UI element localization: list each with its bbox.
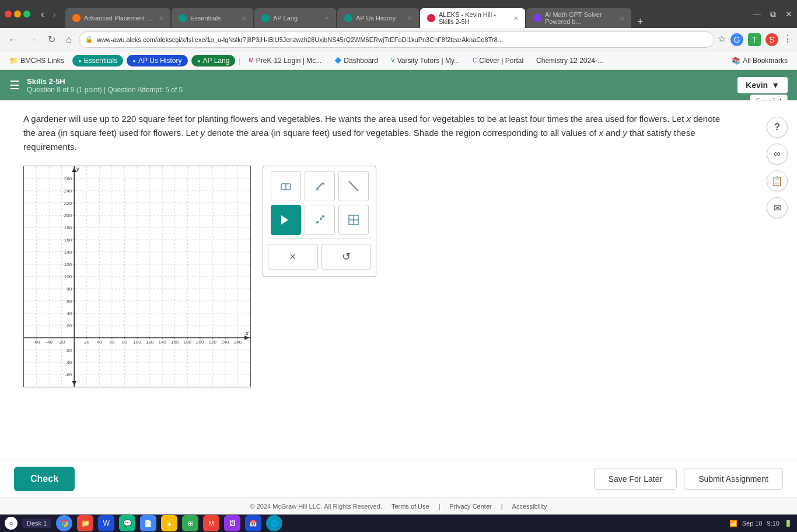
bookmark-chemistry[interactable]: Chemistry 12 2024-...: [532, 55, 608, 66]
tab4-close[interactable]: ✕: [407, 15, 412, 22]
bookmark-varsity[interactable]: V Varsity Tutors | My...: [386, 55, 464, 66]
tab4-favicon: [344, 14, 352, 22]
bookmark-ap-history[interactable]: ⬥ AP Us History: [127, 55, 187, 66]
chrome-extension1-icon[interactable]: G: [730, 33, 743, 46]
tab-essentiials[interactable]: Essentiials ✕: [172, 8, 253, 28]
mail-button[interactable]: ✉: [767, 197, 788, 218]
drive-taskbar-icon[interactable]: ▲: [161, 515, 177, 531]
bookmark-mcgraw[interactable]: M PreK-12 Login | Mc...: [244, 55, 326, 66]
home-button[interactable]: ⌂: [62, 32, 75, 47]
bookmark-ap-lang[interactable]: ⬥ AP Lang: [191, 55, 236, 66]
graph-canvas[interactable]: // Draw grid on canvas window.addEventLi…: [23, 166, 251, 387]
dashboard-favicon: 🔷: [334, 57, 341, 64]
calendar-taskbar-icon[interactable]: 📅: [245, 515, 261, 531]
line-tool-button[interactable]: [338, 171, 369, 201]
undo-icon: ↺: [342, 250, 351, 263]
hamburger-menu-button[interactable]: ☰: [9, 78, 20, 92]
tab1-label: Advanced Placement English L...: [84, 15, 155, 22]
save-later-button[interactable]: Save For Later: [594, 468, 677, 490]
tools-panel: × ↺: [263, 166, 376, 277]
eraser-tool-button[interactable]: [271, 171, 301, 201]
bookmark-bmchs[interactable]: 📁 BMCHS Links: [5, 55, 69, 66]
wifi-icon: 📶: [729, 520, 737, 527]
files-taskbar-icon[interactable]: 📁: [77, 515, 93, 531]
docs-taskbar-icon[interactable]: 📄: [140, 515, 156, 531]
tab3-close[interactable]: ✕: [324, 15, 329, 22]
more-options-button[interactable]: ⋮: [783, 33, 792, 46]
grid-tool-button[interactable]: [338, 205, 369, 235]
undo-tool-button[interactable]: ↺: [321, 244, 372, 270]
bookmark-mcgraw-label: PreK-12 Login | Mc...: [256, 57, 322, 65]
bookmark-chemistry-label: Chemistry 12 2024-...: [536, 57, 603, 65]
fill-tool-button[interactable]: [271, 205, 301, 235]
clever-favicon: C: [473, 57, 477, 64]
desk-label: Desk 1: [22, 519, 51, 528]
all-bookmarks-icon: 📚: [732, 57, 740, 65]
dots-tool-button[interactable]: [305, 205, 335, 235]
tab5-close[interactable]: ✕: [513, 15, 518, 22]
terms-link[interactable]: Terms of Use: [391, 503, 429, 510]
chat-taskbar-icon[interactable]: 💬: [119, 515, 135, 531]
question-info: Question 8 of 9 (1 point) | Question Att…: [27, 86, 183, 94]
tab2-label: Essentiials: [190, 15, 221, 22]
notes-button[interactable]: 📋: [767, 170, 788, 191]
reload-button[interactable]: ↻: [44, 32, 59, 47]
user-name-label: Kevin: [746, 80, 768, 90]
tab-aleks[interactable]: ALEKS - Kevin Hill - Skills 2-5H ✕: [420, 8, 525, 28]
forward-button[interactable]: →: [25, 32, 41, 47]
minimize-button[interactable]: —: [753, 9, 761, 19]
clear-icon: ×: [289, 251, 296, 263]
check-button[interactable]: Check: [14, 467, 75, 491]
chrome-taskbar-icon[interactable]: [56, 515, 72, 531]
close-window-button[interactable]: ✕: [785, 9, 792, 19]
tab6-close[interactable]: ✕: [620, 15, 624, 22]
bookmark-clever[interactable]: C Clever | Portal: [468, 55, 528, 66]
tab2-close[interactable]: ✕: [242, 15, 246, 22]
accessibility-link[interactable]: Accessibility: [512, 503, 547, 510]
url-bar[interactable]: 🔒 www-awu.aleks.com/alekscgi/x/lsl.exe/1…: [79, 32, 714, 48]
tab1-close[interactable]: ✕: [159, 15, 163, 22]
earth-taskbar-icon[interactable]: 🌐: [266, 515, 282, 531]
clear-tool-button[interactable]: ×: [268, 244, 318, 270]
chrome-extension2-icon[interactable]: T: [748, 33, 761, 46]
back-button[interactable]: ←: [5, 32, 21, 47]
bookmark-essentiials-label: Essentiials: [84, 57, 117, 65]
nav-forward-button[interactable]: ›: [49, 7, 60, 22]
copyright-bar: © 2024 McGraw Hill LLC. All Rights Reser…: [0, 497, 797, 514]
help-button[interactable]: ?: [767, 117, 788, 138]
submit-label: Submit Assignment: [698, 474, 768, 484]
pencil-tool-button[interactable]: [305, 171, 335, 201]
tab-ap-lang[interactable]: AP Lang ✕: [254, 8, 336, 28]
calculator-button[interactable]: ∞: [767, 144, 788, 164]
tab-advanced-placement[interactable]: Advanced Placement English L... ✕: [65, 8, 170, 28]
separator1: |: [439, 503, 441, 510]
chrome-extension3-icon[interactable]: S: [765, 33, 778, 46]
user-menu-button[interactable]: Kevin ▼: [737, 77, 788, 93]
nav-back-button[interactable]: ‹: [37, 7, 48, 22]
privacy-link[interactable]: Privacy Center: [450, 503, 492, 510]
tab-ai-math[interactable]: AI Math GPT Solver Powered b... ✕: [526, 8, 631, 28]
ap-history-favicon: ⬥: [132, 57, 136, 64]
photos-taskbar-icon[interactable]: 🖼: [224, 515, 240, 531]
bookmark-star-icon[interactable]: ☆: [718, 33, 726, 46]
sheets-taskbar-icon[interactable]: ⊞: [182, 515, 198, 531]
bookmark-essentiials[interactable]: ⬥ Essentiials: [72, 55, 123, 66]
bookmark-all[interactable]: 📚 All Bookmarks: [727, 55, 792, 66]
tab-ap-us-history[interactable]: AP Us History ✕: [337, 8, 419, 28]
question-mark-icon: ?: [774, 122, 780, 132]
essentiials-favicon: ⬥: [78, 57, 82, 64]
notes-icon: 📋: [771, 176, 783, 187]
mail-taskbar-icon[interactable]: M: [203, 515, 219, 531]
new-tab-button[interactable]: +: [632, 16, 648, 28]
submit-assignment-button[interactable]: Submit Assignment: [684, 468, 783, 490]
bookmark-bmchs-label: BMCHS Links: [20, 57, 64, 65]
bookmark-clever-label: Clever | Portal: [479, 57, 523, 65]
system-icon[interactable]: ○: [5, 517, 18, 530]
varsity-favicon: V: [391, 57, 395, 64]
time-label: 9:10: [767, 520, 779, 527]
bookmark-dashboard[interactable]: 🔷 Dashboard: [330, 55, 383, 66]
word-taskbar-icon[interactable]: W: [98, 515, 114, 531]
separator2: |: [501, 503, 503, 510]
restore-button[interactable]: ⧉: [770, 9, 776, 19]
svg-marker-6: [281, 215, 288, 225]
